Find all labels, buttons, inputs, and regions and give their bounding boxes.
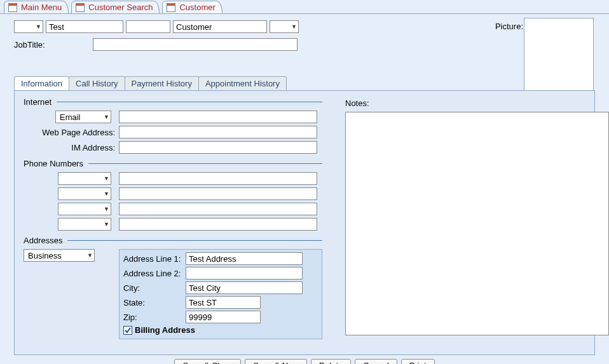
cancel-button[interactable]: Cancel xyxy=(355,359,397,364)
jobtitle-row: JobTitle: xyxy=(14,38,595,51)
zip-input[interactable] xyxy=(186,311,261,323)
title-combo[interactable]: ▼ xyxy=(14,20,43,33)
group-internet: Internet Email ▼ Web Page Address: xyxy=(24,97,332,154)
window-tab-customer-search[interactable]: Customer Search xyxy=(71,1,160,13)
phone1-input[interactable] xyxy=(119,172,317,185)
chevron-down-icon: ▼ xyxy=(291,24,297,30)
print-button[interactable]: Print xyxy=(401,359,435,364)
inner-tabstrip: Information Call History Payment History… xyxy=(14,76,595,90)
check-icon xyxy=(125,327,131,334)
address-line2-input[interactable] xyxy=(186,267,303,280)
window-tab-label: Main Menu xyxy=(21,3,62,12)
jobtitle-input[interactable] xyxy=(93,38,298,51)
group-addresses: Addresses Business ▼ Address Line 1: xyxy=(24,236,332,339)
chevron-down-icon: ▼ xyxy=(87,252,93,259)
billing-address-checkbox[interactable] xyxy=(123,326,132,335)
billing-address-row: Billing Address xyxy=(123,325,318,335)
billing-address-label: Billing Address xyxy=(135,325,195,335)
chevron-down-icon: ▼ xyxy=(104,191,109,197)
address-type-combo[interactable]: Business ▼ xyxy=(24,249,95,262)
web-address-input[interactable] xyxy=(119,126,317,138)
delete-button[interactable]: Delete xyxy=(311,359,352,364)
tab-label: Information xyxy=(21,79,62,88)
phone3-type-combo[interactable]: ▼ xyxy=(58,203,111,215)
picture-box[interactable] xyxy=(524,18,594,91)
email-input[interactable] xyxy=(119,111,317,123)
im-address-input[interactable] xyxy=(119,141,317,154)
svg-rect-3 xyxy=(76,3,85,6)
email-type-value: Email xyxy=(60,112,81,122)
rule xyxy=(57,102,322,102)
tab-call-history[interactable]: Call History xyxy=(69,76,125,90)
address-line2-label: Address Line 2: xyxy=(123,269,186,278)
phone3-input[interactable] xyxy=(119,203,317,215)
inner-tabs-wrapper: Information Call History Payment History… xyxy=(14,76,595,355)
last-name-input[interactable] xyxy=(173,20,267,33)
chevron-down-icon: ▼ xyxy=(104,206,109,212)
phone4-type-combo[interactable]: ▼ xyxy=(58,218,111,231)
left-column: Internet Email ▼ Web Page Address: xyxy=(24,97,332,339)
window-tab-label: Customer xyxy=(179,3,215,12)
address-panel: Address Line 1: Address Line 2: City: xyxy=(119,249,322,339)
city-label: City: xyxy=(123,283,186,293)
city-input[interactable] xyxy=(186,281,303,294)
save-new-button[interactable]: Save & New xyxy=(245,359,307,364)
window-tab-main-menu[interactable]: Main Menu xyxy=(4,1,69,13)
window-tab-customer[interactable]: Customer xyxy=(162,1,222,13)
right-column: Notes: xyxy=(345,98,609,337)
svg-rect-1 xyxy=(9,3,17,6)
button-row: Save & Close Save & New Delete Cancel Pr… xyxy=(14,355,595,364)
email-type-combo[interactable]: Email ▼ xyxy=(55,111,111,123)
jobtitle-label: JobTitle: xyxy=(14,40,93,50)
svg-rect-5 xyxy=(167,3,175,6)
save-close-button[interactable]: Save & Close xyxy=(174,359,241,364)
state-label: State: xyxy=(123,298,186,307)
web-address-label: Web Page Address: xyxy=(24,128,119,137)
tab-appointment-history[interactable]: Appointment History xyxy=(198,76,287,90)
phone4-input[interactable] xyxy=(119,218,317,231)
phone2-input[interactable] xyxy=(119,187,317,200)
tab-label: Appointment History xyxy=(205,79,280,88)
zip-label: Zip: xyxy=(123,313,186,322)
address-type-value: Business xyxy=(28,251,62,260)
window-tab-label: Customer Search xyxy=(88,3,153,12)
group-title: Internet xyxy=(24,97,51,107)
form-icon xyxy=(8,3,17,12)
tab-label: Payment History xyxy=(132,79,192,88)
first-name-input[interactable] xyxy=(46,20,123,33)
group-title: Phone Numbers xyxy=(24,159,83,168)
form-icon xyxy=(76,3,85,12)
picture-label: Picture: xyxy=(495,22,523,31)
im-address-label: IM Address: xyxy=(24,143,119,152)
address-line1-input[interactable] xyxy=(186,252,303,265)
phone2-type-combo[interactable]: ▼ xyxy=(58,187,111,200)
chevron-down-icon: ▼ xyxy=(36,24,41,30)
tab-page-information: Internet Email ▼ Web Page Address: xyxy=(14,90,595,355)
form-body: ▼ ▼ Picture: JobTitle: Information Call … xyxy=(0,14,609,364)
address-line1-label: Address Line 1: xyxy=(123,254,186,264)
group-title: Addresses xyxy=(24,236,62,245)
tab-label: Call History xyxy=(76,79,118,88)
state-input[interactable] xyxy=(186,296,261,309)
chevron-down-icon: ▼ xyxy=(104,175,109,182)
chevron-down-icon: ▼ xyxy=(104,221,109,227)
tab-payment-history[interactable]: Payment History xyxy=(125,76,199,90)
window-tabstrip: Main Menu Customer Search Customer xyxy=(0,0,609,14)
rule xyxy=(88,163,322,164)
rule xyxy=(67,240,322,241)
chevron-down-icon: ▼ xyxy=(104,114,109,120)
notes-label: Notes: xyxy=(345,98,609,108)
group-phone: Phone Numbers ▼ ▼ xyxy=(24,159,332,231)
middle-name-input[interactable] xyxy=(126,20,170,33)
tab-information[interactable]: Information xyxy=(14,76,69,90)
notes-textarea[interactable] xyxy=(345,112,609,335)
suffix-combo[interactable]: ▼ xyxy=(270,20,299,33)
form-icon xyxy=(167,3,175,12)
phone1-type-combo[interactable]: ▼ xyxy=(58,172,111,185)
